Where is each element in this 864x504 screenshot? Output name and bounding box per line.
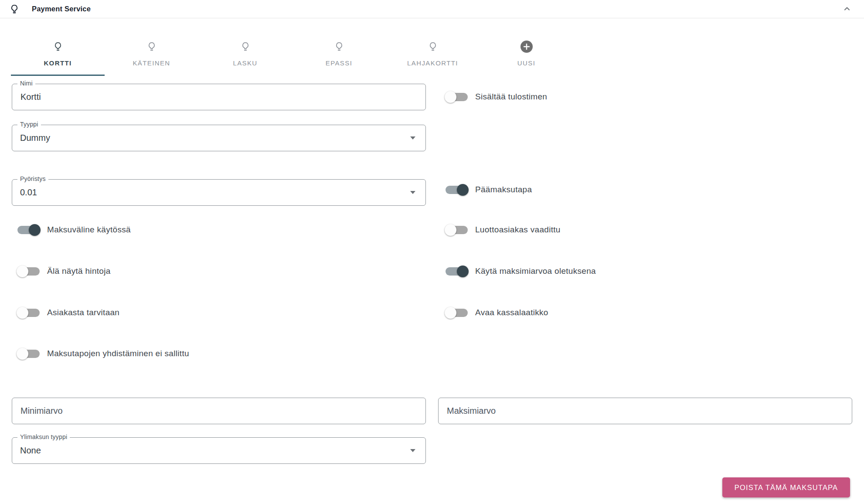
maksuvaline-kaytossa-switch[interactable] — [17, 224, 41, 236]
tyyppi-label: Tyyppi — [17, 121, 41, 128]
delete-payment-method-button[interactable]: POISTA TÄMÄ MAKSUTAPA — [722, 477, 850, 497]
pyoristys-value: 0.01 — [20, 179, 37, 206]
tab-label: LAHJAKORTTI — [386, 59, 480, 67]
pyoristys-select[interactable]: Pyöristys 0.01 — [12, 179, 426, 206]
minimiarvo-input[interactable] — [12, 398, 426, 424]
toggle-luottoasiakas-vaadittu: Luottoasiakas vaadittu — [445, 223, 561, 236]
toggle-avaa-kassalaatikko: Avaa kassalaatikko — [445, 306, 548, 319]
tab-kortti[interactable]: KORTTI — [11, 26, 105, 76]
toggle-label: Älä näytä hintoja — [47, 266, 111, 276]
toggle-label: Maksuväline käytössä — [47, 225, 131, 235]
tab-label: KORTTI — [11, 59, 105, 67]
tab-kateinen[interactable]: KÄTEINEN — [105, 26, 198, 76]
luottoasiakas-vaadittu-switch[interactable] — [445, 224, 469, 236]
ala-nayta-hintoja-switch[interactable] — [17, 266, 41, 277]
maksutapojen-yhdistaminen-switch[interactable] — [17, 348, 41, 360]
tab-label: LASKU — [198, 59, 292, 67]
toggle-maksutapojen-yhdistaminen: Maksutapojen yhdistäminen ei sallittu — [17, 347, 189, 360]
paamaksutapa-switch[interactable] — [445, 184, 469, 196]
maksimiarvo-field — [438, 398, 852, 424]
ylimaksun-tyyppi-value: None — [20, 437, 41, 464]
ylimaksun-tyyppi-label: Ylimaksun tyyppi — [17, 433, 70, 440]
toggle-ala-nayta-hintoja: Älä näytä hintoja — [17, 265, 111, 278]
toggle-sisaltaa-tulostimen: Sisältää tulostimen — [445, 90, 547, 103]
toggle-label: Luottoasiakas vaadittu — [475, 225, 561, 235]
toggle-label: Avaa kassalaatikko — [475, 308, 548, 317]
ylimaksun-tyyppi-select[interactable]: Ylimaksun tyyppi None — [12, 437, 426, 464]
nimi-label: Nimi — [17, 80, 35, 87]
panel-title: Payment Service — [32, 0, 91, 18]
tab-uusi[interactable]: UUSI — [480, 26, 573, 76]
minimiarvo-field — [12, 398, 426, 424]
toggle-label: Maksutapojen yhdistäminen ei sallittu — [47, 349, 189, 358]
asiakasta-tarvitaan-switch[interactable] — [17, 307, 41, 319]
tab-lahjakortti[interactable]: LAHJAKORTTI — [386, 26, 480, 76]
tab-label: KÄTEINEN — [105, 59, 198, 67]
lightbulb-icon — [333, 41, 345, 54]
collapse-button[interactable] — [841, 3, 853, 15]
toggle-maksuvaline-kaytossa: Maksuväline käytössä — [17, 223, 131, 236]
payment-method-tabs: KORTTI KÄTEINEN LASKU — [11, 26, 573, 76]
lightbulb-icon — [9, 3, 20, 17]
dropdown-caret-icon — [410, 191, 415, 194]
toggle-kayta-maksimiarvoa: Käytä maksimiarvoa oletuksena — [445, 265, 596, 278]
tab-epassi[interactable]: EPASSI — [292, 26, 386, 76]
toggle-label: Asiakasta tarvitaan — [47, 308, 119, 317]
sisaltaa-tulostimen-switch[interactable] — [445, 91, 469, 103]
pyoristys-label: Pyöristys — [17, 175, 48, 182]
dropdown-caret-icon — [410, 449, 415, 452]
dropdown-caret-icon — [410, 136, 415, 140]
tab-label: UUSI — [480, 59, 573, 67]
toggle-asiakasta-tarvitaan: Asiakasta tarvitaan — [17, 306, 119, 319]
panel-header: Payment Service — [0, 0, 864, 18]
nimi-input[interactable] — [12, 84, 426, 110]
plus-circle-icon — [520, 41, 533, 53]
payment-service-panel: Payment Service KORTTI — [0, 0, 864, 504]
lightbulb-icon — [427, 41, 439, 54]
tab-label: EPASSI — [292, 59, 386, 67]
tyyppi-select[interactable]: Tyyppi Dummy — [12, 125, 426, 151]
tyyppi-value: Dummy — [20, 125, 50, 151]
lightbulb-icon — [52, 41, 64, 54]
toggle-label: Päämaksutapa — [475, 185, 532, 194]
nimi-field: Nimi — [12, 84, 426, 110]
toggle-paamaksutapa: Päämaksutapa — [445, 183, 532, 196]
toggle-label: Käytä maksimiarvoa oletuksena — [475, 266, 596, 276]
chevron-up-icon — [842, 9, 852, 15]
kayta-maksimiarvoa-switch[interactable] — [445, 266, 469, 277]
maksimiarvo-input[interactable] — [438, 398, 852, 424]
tab-lasku[interactable]: LASKU — [198, 26, 292, 76]
lightbulb-icon — [240, 41, 251, 54]
avaa-kassalaatikko-switch[interactable] — [445, 307, 469, 319]
toggle-label: Sisältää tulostimen — [475, 92, 547, 102]
lightbulb-icon — [146, 41, 157, 54]
